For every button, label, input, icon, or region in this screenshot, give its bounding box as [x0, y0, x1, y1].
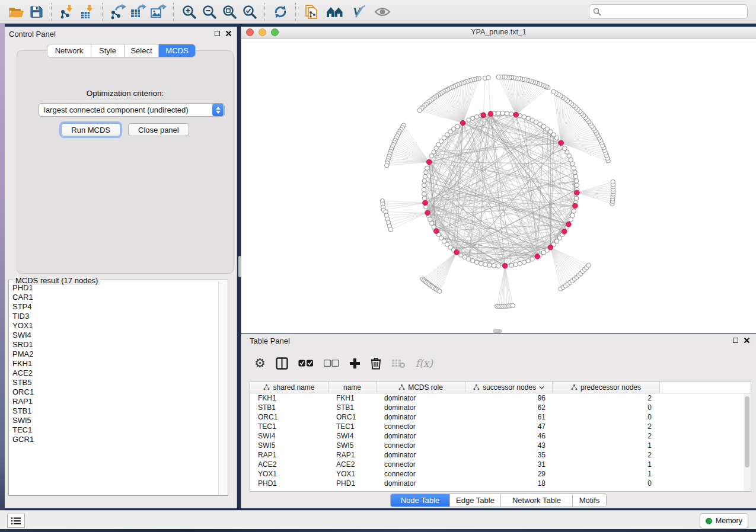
table-cell[interactable]: PHD1 [250, 479, 328, 488]
table-row[interactable]: ORC1ORC1dominator610 [250, 412, 751, 422]
table-cell[interactable]: 0 [553, 479, 660, 488]
table-row[interactable]: FKH1FKH1dominator962 [250, 393, 751, 403]
mcds-result-scrollbar[interactable] [218, 281, 227, 495]
network-node[interactable] [483, 262, 487, 267]
mcds-node[interactable] [535, 254, 540, 259]
close-window-icon[interactable] [246, 28, 254, 36]
table-cell[interactable]: 2 [553, 422, 660, 431]
network-node[interactable] [530, 118, 534, 122]
table-cell[interactable]: 61 [465, 413, 553, 421]
network-node[interactable] [526, 259, 530, 263]
table-cell[interactable]: dominator [377, 403, 465, 412]
table-cell[interactable]: SWI5 [328, 441, 377, 450]
mcds-result-item[interactable]: SWI4 [12, 331, 218, 340]
import-table-icon[interactable] [77, 3, 97, 21]
tab-node-table[interactable]: Node Table [391, 494, 450, 507]
table-row[interactable]: SWI4SWI4dominator462 [250, 431, 751, 441]
save-session-icon[interactable] [26, 3, 46, 21]
export-table-icon[interactable] [128, 3, 148, 21]
table-cell[interactable]: RAP1 [328, 451, 377, 459]
column-header-predecessor-nodes[interactable]: predecessor nodes [553, 382, 660, 393]
table-cell[interactable]: FKH1 [328, 394, 377, 402]
table-cell[interactable]: 35 [465, 451, 553, 459]
table-cell[interactable]: STB1 [328, 403, 377, 412]
mcds-node[interactable] [423, 200, 428, 206]
column-header-successor-nodes[interactable]: successor nodes [465, 382, 553, 393]
network-node[interactable] [570, 162, 575, 166]
run-mcds-button[interactable]: Run MCDS [61, 123, 120, 136]
satellite-node[interactable] [496, 75, 500, 79]
network-node[interactable] [496, 264, 500, 268]
maximize-window-icon[interactable] [271, 28, 279, 36]
mcds-node[interactable] [513, 112, 519, 117]
tab-network[interactable]: Network [47, 44, 91, 57]
table-cell[interactable]: ORC1 [328, 413, 377, 421]
export-network-icon[interactable] [108, 3, 128, 21]
mcds-node[interactable] [425, 210, 430, 216]
mcds-result-item[interactable]: ORC1 [12, 387, 218, 397]
table-cell[interactable]: RAP1 [250, 451, 328, 459]
table-row[interactable]: TEC1TEC1connector472 [250, 422, 751, 431]
network-node[interactable] [425, 166, 429, 170]
network-node[interactable] [572, 209, 576, 213]
column-header-name[interactable]: name [328, 382, 377, 393]
network-node[interactable] [467, 257, 471, 261]
network-node[interactable] [575, 183, 579, 187]
network-node[interactable] [505, 111, 509, 116]
delete-table-icon[interactable] [391, 355, 406, 371]
table-cell[interactable]: ACE2 [328, 460, 377, 469]
table-cell[interactable]: TEC1 [250, 422, 328, 431]
open-session-icon[interactable] [6, 3, 26, 21]
network-node[interactable] [575, 196, 579, 200]
table-cell[interactable]: dominator [377, 394, 465, 402]
float-table-panel-icon[interactable] [733, 338, 738, 343]
tab-motifs[interactable]: Motifs [573, 494, 606, 507]
zoom-selected-icon[interactable] [240, 3, 260, 21]
table-cell[interactable]: 2 [553, 451, 660, 459]
mcds-node[interactable] [454, 249, 460, 255]
network-node[interactable] [422, 192, 426, 196]
table-cell[interactable]: dominator [377, 432, 465, 440]
table-row[interactable]: RAP1RAP1dominator352 [250, 450, 751, 460]
table-cell[interactable]: YOX1 [328, 470, 377, 478]
network-node[interactable] [422, 187, 426, 191]
network-node[interactable] [575, 179, 579, 183]
network-node[interactable] [474, 260, 479, 264]
mcds-result-item[interactable]: STB5 [12, 378, 218, 387]
network-node[interactable] [570, 213, 575, 217]
mcds-node[interactable] [575, 190, 580, 196]
network-node[interactable] [526, 116, 530, 120]
mcds-node[interactable] [566, 222, 572, 227]
satellite-node[interactable] [586, 263, 591, 267]
table-cell[interactable]: PHD1 [328, 479, 377, 488]
mcds-result-item[interactable]: STP4 [12, 302, 218, 312]
network-node[interactable] [422, 179, 426, 183]
table-cell[interactable]: SWI4 [250, 432, 328, 440]
network-node[interactable] [563, 146, 567, 150]
satellite-node[interactable] [438, 289, 442, 293]
table-cell[interactable]: STB1 [250, 403, 328, 412]
mcds-node[interactable] [433, 229, 439, 234]
network-node[interactable] [479, 261, 483, 265]
satellite-node[interactable] [486, 75, 490, 79]
memory-button[interactable]: Memory [700, 513, 748, 528]
table-scrollbar[interactable] [744, 393, 750, 491]
column-header-shared-name[interactable]: shared name [250, 382, 328, 393]
show-graphics-details-eye-icon[interactable] [372, 3, 393, 21]
network-node[interactable] [492, 264, 496, 268]
network-canvas[interactable] [241, 39, 756, 333]
mcds-node[interactable] [426, 159, 432, 165]
show-log-button[interactable] [7, 514, 25, 528]
network-node[interactable] [430, 153, 434, 158]
satellite-node[interactable] [388, 227, 393, 232]
network-node[interactable] [572, 166, 576, 170]
mcds-node[interactable] [488, 111, 493, 117]
clone-network-icon[interactable] [301, 3, 321, 21]
table-cell[interactable]: 2 [553, 394, 660, 402]
tab-mcds[interactable]: MCDS [159, 44, 195, 57]
table-cell[interactable]: 43 [465, 441, 553, 450]
table-cell[interactable]: TEC1 [328, 422, 377, 431]
mcds-node[interactable] [559, 140, 564, 146]
network-node[interactable] [569, 217, 573, 222]
table-cell[interactable]: connector [377, 441, 465, 450]
